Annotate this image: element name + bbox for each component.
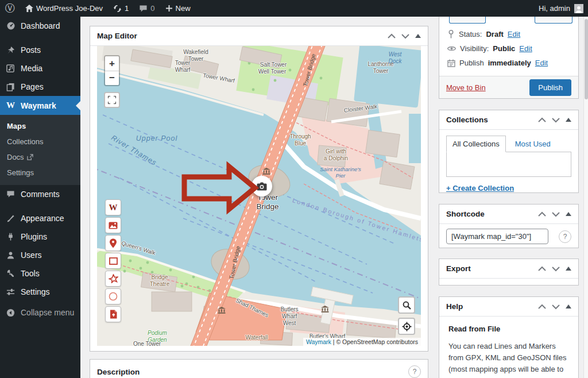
collapse-panel-icon[interactable] — [566, 267, 571, 271]
collapse-panel-icon[interactable] — [566, 212, 571, 216]
page-scrollbar[interactable] — [583, 17, 588, 378]
sidebar-item-dashboard[interactable]: Dashboard — [0, 17, 80, 35]
fullscreen-icon — [108, 96, 116, 104]
pages-icon — [6, 83, 16, 91]
sidebar-item-tools[interactable]: Tools — [0, 264, 80, 283]
draw-rectangle-button[interactable] — [105, 253, 121, 269]
collapse-panel-icon[interactable] — [415, 34, 421, 38]
sidebar-item-comments[interactable]: Comments — [0, 185, 80, 203]
external-link-icon — [27, 154, 33, 160]
scrollbar-thumb[interactable] — [585, 19, 588, 99]
sidebar-item-users[interactable]: Users — [0, 246, 80, 264]
edit-schedule-link[interactable]: Edit — [535, 59, 548, 67]
plus-icon — [165, 5, 173, 12]
shortcode-help-button[interactable]: ? — [559, 230, 571, 243]
comments-menu[interactable]: 0 — [134, 0, 160, 17]
sidebar-item-settings[interactable]: Settings — [0, 283, 80, 301]
move-up-icon[interactable] — [538, 211, 546, 217]
sidebar-item-appearance[interactable]: Appearance — [0, 209, 80, 227]
sidebar-item-pages[interactable]: Pages — [0, 78, 80, 96]
publish-button[interactable]: Publish — [529, 79, 571, 96]
move-up-icon[interactable] — [538, 266, 546, 272]
shortcode-input[interactable] — [446, 229, 548, 244]
collections-list[interactable] — [446, 152, 571, 177]
help-text: You can read Lines and Markers from GPX,… — [448, 341, 569, 378]
move-down-icon[interactable] — [552, 304, 560, 310]
admin-bar: Ⓥ WordPress Joe-Dev 1 0 New Hi, admin — [0, 0, 588, 17]
schedule-row: Publish immediately Edit — [439, 56, 578, 70]
edit-status-link[interactable]: Edit — [508, 30, 520, 38]
site-name: WordPress Joe-Dev — [36, 4, 103, 13]
sidebar-item-plugins[interactable]: Plugins — [0, 227, 80, 246]
save-draft-button[interactable] — [449, 17, 486, 24]
submenu-item-maps[interactable]: Maps — [0, 118, 80, 134]
move-down-icon[interactable] — [552, 117, 560, 123]
move-to-bin-link[interactable]: Move to Bin — [446, 83, 486, 92]
zoom-in-button[interactable]: + — [105, 56, 119, 71]
waymark-icon: W — [6, 101, 16, 110]
collapse-panel-icon[interactable] — [566, 304, 571, 308]
publish-panel: Status: Draft Edit Visibility: Public Ed… — [439, 17, 579, 99]
updates-menu[interactable]: 1 — [108, 0, 134, 17]
collapse-panel-icon[interactable] — [566, 118, 571, 122]
submenu-item-docs[interactable]: Docs — [0, 149, 80, 165]
description-help-button[interactable]: ? — [408, 365, 421, 378]
waymark-w-icon: W — [109, 203, 118, 213]
sidebar-item-posts[interactable]: Posts — [0, 41, 80, 59]
sidebar-item-waymark[interactable]: W Waymark — [0, 96, 80, 115]
marker-icon — [109, 238, 117, 248]
admin-sidebar: Dashboard Posts Media Pages W Waymark Ma… — [0, 17, 80, 378]
tab-all-collections[interactable]: All Collections — [446, 136, 506, 152]
camera-icon — [257, 182, 267, 191]
locate-button[interactable] — [398, 318, 415, 335]
export-panel: Export — [439, 259, 579, 286]
map-search-button[interactable] — [398, 296, 415, 314]
submenu-item-settings[interactable]: Settings — [0, 165, 80, 180]
greeting: Hi, admin — [539, 4, 570, 13]
read-file-button[interactable] — [105, 306, 121, 322]
move-up-icon[interactable] — [538, 117, 546, 123]
move-down-icon[interactable] — [552, 211, 560, 217]
wordpress-admin-screen: Ⓥ WordPress Joe-Dev 1 0 New Hi, admin Da… — [0, 0, 588, 378]
collections-panel: Collections All Collections Most Used + … — [439, 110, 579, 193]
visibility-value: Public — [493, 44, 515, 53]
sidebar-item-media[interactable]: Media — [0, 59, 80, 78]
submenu-item-collections[interactable]: Collections — [0, 134, 80, 149]
wordpress-logo-icon: Ⓥ — [5, 3, 15, 13]
waymark-edit-button[interactable]: W — [105, 199, 121, 215]
post-status-icon — [447, 30, 455, 38]
image-icon — [109, 222, 118, 229]
file-upload-icon — [110, 310, 117, 319]
tab-most-used[interactable]: Most Used — [515, 136, 551, 152]
fullscreen-button[interactable] — [104, 92, 120, 108]
add-image-button[interactable] — [105, 217, 121, 233]
export-title: Export — [446, 264, 471, 273]
create-collection-link[interactable]: + Create Collection — [446, 184, 514, 192]
updates-icon — [113, 5, 122, 13]
home-icon — [25, 5, 33, 12]
site-menu[interactable]: WordPress Joe-Dev — [20, 0, 108, 17]
pin-icon — [6, 46, 16, 55]
move-down-icon[interactable] — [401, 33, 409, 39]
move-up-icon[interactable] — [538, 304, 546, 310]
collapse-menu-button[interactable]: Collapse menu — [0, 303, 80, 322]
draw-circle-button[interactable] — [105, 288, 121, 304]
move-up-icon[interactable] — [388, 33, 396, 39]
account-menu[interactable]: Hi, admin — [539, 4, 588, 13]
status-row: Status: Draft Edit — [439, 27, 578, 41]
map-canvas[interactable]: Wakefield TowerTower WharfTower WharfLan… — [97, 46, 421, 346]
draw-marker-button[interactable] — [105, 235, 121, 251]
map-editor-panel: Map Editor — [90, 26, 428, 352]
wordpress-logo[interactable]: Ⓥ — [0, 0, 20, 17]
dashboard-icon — [6, 21, 16, 30]
draw-polygon-button[interactable] — [105, 271, 121, 287]
new-content-menu[interactable]: New — [160, 0, 196, 17]
zoom-out-button[interactable]: − — [105, 71, 119, 85]
status-value: Draft — [486, 30, 503, 38]
plug-icon — [6, 233, 16, 241]
star-icon — [109, 274, 118, 283]
preview-button[interactable] — [535, 17, 572, 24]
waymark-attribution-link[interactable]: Waymark — [306, 338, 331, 345]
edit-visibility-link[interactable]: Edit — [519, 44, 532, 53]
move-down-icon[interactable] — [552, 266, 560, 272]
